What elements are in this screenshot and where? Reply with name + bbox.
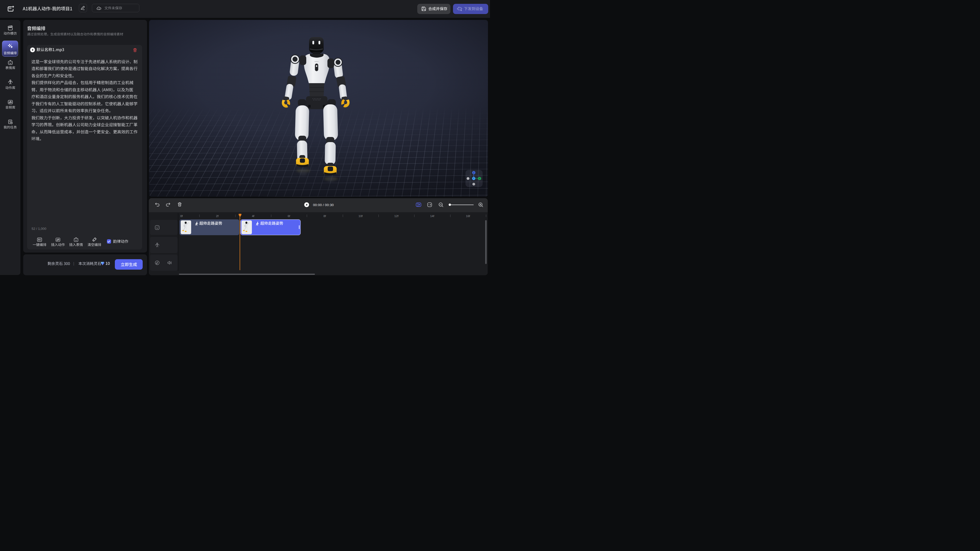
- svg-text:Z: Z: [473, 171, 474, 174]
- svg-text:X: X: [479, 178, 480, 180]
- svg-text:Y: Y: [473, 178, 475, 180]
- svg-text:ROBOT: ROBOT: [315, 61, 319, 62]
